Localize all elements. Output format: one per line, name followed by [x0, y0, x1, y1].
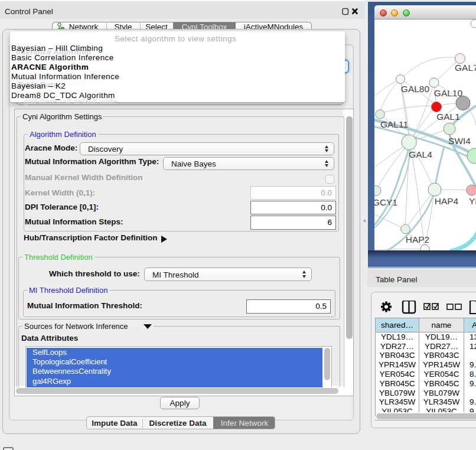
svg-text:GAL10: GAL10 [434, 88, 463, 98]
svg-text:HAP2: HAP2 [406, 234, 430, 244]
svg-text:GCY1: GCY1 [374, 197, 397, 207]
svg-text:GAL7: GAL7 [455, 63, 476, 73]
svg-text:HAP4: HAP4 [435, 196, 459, 206]
svg-text:GAL4: GAL4 [409, 149, 432, 159]
svg-text:GAL80: GAL80 [401, 84, 430, 94]
svg-text:GAL11: GAL11 [380, 119, 408, 129]
svg-text:GAL1: GAL1 [436, 112, 460, 122]
svg-text:YM: YM [469, 196, 476, 206]
svg-text:SWI4: SWI4 [448, 136, 471, 146]
